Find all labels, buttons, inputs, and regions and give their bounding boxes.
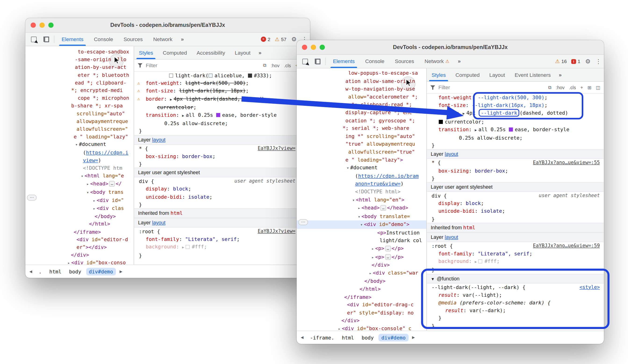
dom-tree-node[interactable]: ▸<div id=" bbox=[25, 196, 134, 204]
dom-tree-node[interactable]: </body> bbox=[25, 212, 134, 220]
panel-tab-sources[interactable]: Sources bbox=[118, 33, 148, 46]
inspect-element-button[interactable] bbox=[299, 55, 311, 68]
pseudo-state-button[interactable]: :hov bbox=[271, 63, 280, 68]
style-declaration-line[interactable]: display: block; bbox=[134, 185, 310, 193]
color-swatch[interactable] bbox=[248, 73, 252, 77]
more-sidebar-tabs-button[interactable]: » bbox=[555, 68, 565, 81]
resource-link[interactable]: anon=true&view= bbox=[355, 181, 400, 187]
dom-tree-node[interactable]: ▸<div id="box-conso bbox=[25, 259, 134, 265]
style-declaration-line[interactable]: result: var(--dark); bbox=[427, 306, 604, 314]
dom-tree-node[interactable]: ▾#document bbox=[25, 141, 134, 149]
style-declaration-line[interactable]: box-sizing: border-box; bbox=[427, 167, 604, 175]
dom-tree-node[interactable]: <!DOCTYPE htm bbox=[25, 164, 134, 172]
style-declaration-line[interactable]: ⚠font-size: light-dark(16px, 18px); bbox=[134, 87, 310, 95]
panel-tab-network[interactable]: Network⚠ bbox=[419, 55, 455, 68]
device-toolbar-button[interactable] bbox=[40, 33, 52, 46]
layers-icon[interactable]: ⧉ bbox=[263, 63, 266, 68]
breadcrumb-scroll-right[interactable]: ▶ bbox=[118, 269, 124, 273]
dom-tree-node[interactable]: </html> bbox=[297, 285, 426, 293]
expand-triangle-icon[interactable]: ▶ bbox=[182, 245, 186, 249]
dom-tree-node[interactable]: ▾<div id="demo"> bbox=[297, 220, 426, 229]
sidebar-tab-layout[interactable]: Layout bbox=[230, 46, 255, 59]
panel-tab-console[interactable]: Console bbox=[360, 55, 390, 68]
breadcrumb-item[interactable]: div#demo bbox=[379, 334, 408, 341]
dom-tree-node[interactable]: ▸<head>…</head> bbox=[297, 204, 426, 212]
color-swatch[interactable] bbox=[209, 73, 213, 77]
dom-tree-node[interactable]: light/dark col bbox=[297, 237, 426, 245]
dom-tree-node[interactable]: </iframe> bbox=[297, 293, 426, 301]
style-declaration-line[interactable]: box-sizing: border-box; bbox=[134, 152, 310, 160]
more-panels-button[interactable]: » bbox=[455, 55, 464, 68]
issue-badge[interactable]: !1 bbox=[571, 59, 580, 64]
panel-tab-network[interactable]: Network bbox=[148, 33, 178, 46]
breadcrumb-scroll-right[interactable]: ▶ bbox=[410, 336, 416, 340]
style-declaration-line[interactable]: font-family: "Literata", serif; bbox=[427, 250, 604, 257]
color-swatch[interactable] bbox=[478, 259, 482, 263]
color-swatch[interactable] bbox=[439, 120, 443, 124]
style-declaration-line[interactable]: } bbox=[427, 314, 604, 322]
filter-input[interactable]: Filter bbox=[146, 62, 157, 68]
dom-tree-node[interactable]: <div id="editor-drag-c bbox=[297, 301, 426, 309]
stylesheet-source-link[interactable]: EaYBJJx?view= bbox=[258, 144, 295, 152]
overflow-ellipsis-button[interactable]: ⋯ bbox=[27, 195, 36, 201]
dom-tree-node[interactable]: allowpaymentreque bbox=[25, 118, 134, 125]
style-declaration-line[interactable]: div {user agent stylesheet bbox=[427, 192, 604, 200]
panel-tab-elements[interactable]: Elements bbox=[56, 33, 88, 46]
style-declaration-line[interactable]: @media (prefers-color-scheme: dark) { bbox=[427, 299, 604, 306]
dom-tree-node[interactable]: eter *; bluetooth bbox=[25, 71, 134, 79]
device-toolbar-button[interactable] bbox=[311, 55, 323, 68]
dom-tree-node[interactable]: ation allow-same-origin bbox=[297, 77, 426, 85]
expand-ellipsis-button[interactable]: … bbox=[385, 246, 391, 251]
dom-tree-node[interactable]: </html> bbox=[25, 220, 134, 228]
dom-tree-node[interactable]: cope *; microphon bbox=[25, 94, 134, 102]
sidebar-tab-accessibility[interactable]: Accessibility bbox=[192, 46, 230, 59]
layer-link[interactable]: layout bbox=[152, 137, 165, 143]
warning-badge[interactable]: ⚠57 bbox=[275, 36, 287, 42]
dom-tree-node[interactable]: ▾<html lang="e bbox=[25, 172, 134, 180]
style-declaration-line[interactable]: --light-dark(--light, --dark) {<style> bbox=[427, 283, 604, 291]
settings-gear-icon[interactable]: ⚙ bbox=[585, 58, 591, 65]
style-declaration-line[interactable]: background: ▶#fff; bbox=[427, 257, 604, 266]
style-declaration-line[interactable]: * {EaYBJJx?ano…ue&view=:55 bbox=[427, 159, 604, 167]
dom-tree-node[interactable]: display-capture *; enc bbox=[297, 109, 426, 117]
style-declaration-line[interactable]: light-dark(aliceblue, #333); bbox=[134, 72, 310, 79]
dom-tree-node[interactable]: er"></div> bbox=[25, 243, 134, 251]
style-declaration-line[interactable]: currentcolor; bbox=[134, 103, 310, 111]
panel-tab-sources[interactable]: Sources bbox=[390, 55, 419, 68]
style-declaration-line[interactable]: } bbox=[134, 252, 310, 259]
expand-ellipsis-button[interactable]: … bbox=[109, 181, 115, 187]
minimize-button[interactable] bbox=[311, 45, 316, 50]
minimize-button[interactable] bbox=[39, 22, 45, 28]
dom-tree-node[interactable]: e " loading="lazy"> bbox=[297, 156, 426, 164]
error-badge[interactable]: ×2 bbox=[261, 36, 270, 42]
breadcrumb-item[interactable]: html bbox=[47, 268, 64, 275]
resource-link[interactable]: view= bbox=[83, 157, 98, 163]
style-declaration-line[interactable]: font-family: "Literata", serif; bbox=[134, 235, 310, 243]
style-declaration-line[interactable]: result: var(--light); bbox=[427, 291, 604, 299]
panel-tab-console[interactable]: Console bbox=[88, 33, 118, 46]
style-declaration-line[interactable]: :root {EaYBJJx?view= bbox=[134, 228, 310, 235]
dom-tree-node[interactable]: <!DOCTYPE html> bbox=[297, 188, 426, 196]
dom-tree-node[interactable]: view=) bbox=[25, 156, 134, 164]
dom-tree-node[interactable]: <p>Instruction bbox=[297, 229, 426, 237]
dom-tree-node[interactable]: "true" allowpaymentrequ bbox=[297, 140, 426, 148]
style-declaration-line[interactable]: } bbox=[427, 322, 604, 330]
style-tag-link[interactable]: <style> bbox=[579, 283, 600, 291]
css-function-link[interactable]: --light-dark(500, 300) bbox=[478, 95, 544, 101]
layer-link[interactable]: layout bbox=[152, 220, 165, 226]
dom-tree-node[interactable]: *; serial *; web-share bbox=[297, 124, 426, 132]
class-toggle-button[interactable]: .cls bbox=[569, 85, 576, 90]
style-declaration-line[interactable]: } bbox=[134, 127, 310, 135]
sidebar-tab-computed[interactable]: Computed bbox=[451, 68, 484, 81]
breadcrumb-item[interactable]: -iframe. bbox=[307, 334, 337, 341]
dom-tree-node[interactable]: (https://cdpn.i bbox=[25, 149, 134, 156]
dom-tree-node[interactable]: ▾<body trans bbox=[25, 188, 134, 196]
zoom-button[interactable] bbox=[320, 45, 325, 50]
dom-tree-node[interactable]: ead *; clipboard- bbox=[25, 79, 134, 86]
dom-tree-node[interactable]: ▸<head>…</ bbox=[25, 180, 134, 188]
dom-tree-node[interactable]: a *; clipboard-read *; bbox=[297, 101, 426, 109]
dom-tree-node[interactable]: b-share *; xr-spa bbox=[25, 102, 134, 110]
expand-ellipsis-button[interactable]: … bbox=[381, 205, 386, 211]
more-sidebar-tabs-button[interactable]: » bbox=[255, 46, 265, 59]
inspect-element-button[interactable] bbox=[28, 33, 40, 46]
